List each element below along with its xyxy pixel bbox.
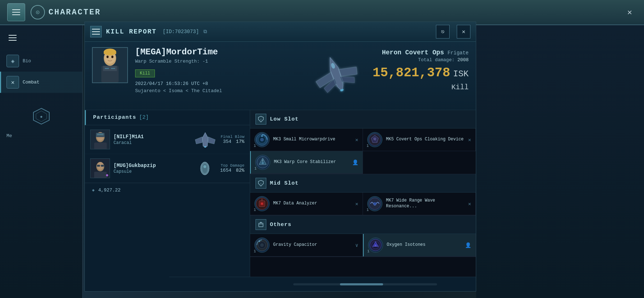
svg-point-47 <box>260 138 264 141</box>
analyzer-name: MK7 Data Analyzer <box>273 201 352 207</box>
isk-bottom-value: 4,927.22 <box>98 188 120 193</box>
participant-1-damage: 354 17% <box>221 139 244 144</box>
svg-text:⚔: ⚔ <box>260 118 262 121</box>
kill-location: Sujarento < Isoma < The Citadel <box>135 88 294 94</box>
close-button[interactable]: ✕ <box>457 25 470 39</box>
low-slot-icon: ⚔ <box>256 114 266 125</box>
mwd-close-icon[interactable]: ✕ <box>355 137 358 143</box>
sidebar-item-bio[interactable]: ◈ Bio <box>0 50 82 72</box>
oxygen-icon <box>368 238 383 253</box>
scrollbar-thumb[interactable] <box>340 283 383 285</box>
svg-point-41 <box>202 163 208 173</box>
participant-item-2[interactable]: [MUG]Gukbapzip Capsule Top Damage <box>85 154 250 183</box>
participant-item[interactable]: [NILF]M1A1 Caracal Final Blow <box>85 125 250 154</box>
cloak-close-icon[interactable]: ✕ <box>468 137 471 143</box>
mid-shield-icon: ⚔ <box>258 180 264 186</box>
ship-name: Heron Covert Ops <box>382 49 444 56</box>
shield-icon: ⚔ <box>258 116 264 122</box>
capsule-icon <box>195 159 215 177</box>
oxygen-person-icon: 👤 <box>465 242 471 248</box>
svg-point-54 <box>262 162 264 164</box>
svg-point-8 <box>106 56 109 58</box>
isk-value: 15,821,378 <box>373 66 450 80</box>
close-icon: ✕ <box>462 28 465 35</box>
others-header: Others <box>250 216 476 234</box>
mid-slot-icon: ⚔ <box>256 178 266 189</box>
participant-1-info: [NILF]M1A1 Caracal <box>114 134 190 145</box>
wcs-info: MK3 Warp Core Stabilizer <box>274 159 349 165</box>
equipment-item-mwd[interactable]: 1 MK3 Small Microwarpdrive <box>250 128 363 151</box>
participant-avatar-2 <box>90 158 110 178</box>
participant-1-name: [NILF]M1A1 <box>114 134 190 140</box>
svg-point-70 <box>260 243 264 247</box>
participant-1-ship-icon <box>194 130 217 149</box>
kill-badge: Kill <box>135 69 155 77</box>
sidebar-bio-label: Bio <box>23 58 31 64</box>
export-button[interactable]: ⎋ <box>436 25 450 39</box>
svg-rect-37 <box>101 165 104 167</box>
analyzer-info: MK7 Data Analyzer <box>273 201 352 207</box>
menu-button[interactable] <box>7 3 25 21</box>
svg-point-32 <box>204 146 206 148</box>
others-grid: 1 Gravity Capacitor <box>250 234 476 257</box>
participant-avatar-1 <box>90 130 110 149</box>
main-content: Participants [2] [NI <box>85 110 476 292</box>
sidebar-item-combat[interactable]: ✕ Combat <box>0 72 82 93</box>
combat-icon: ✕ <box>6 76 19 89</box>
equipment-item-oxygen[interactable]: 1 Oxygen Isotones 👤 <box>363 234 476 257</box>
mid-slot-grid: 1 MK7 Data Analyzer <box>250 193 476 215</box>
sidebar-item-me[interactable]: Me <box>0 129 82 143</box>
bio-icon: ◈ <box>6 55 19 67</box>
oxygen-name: Oxygen Isotones <box>387 242 461 248</box>
character-info: [MEGA]MordorTime Warp Scramble Strength:… <box>85 42 476 110</box>
others-title: Others <box>270 222 291 228</box>
participant-2-stat-label: Top Damage <box>220 163 244 168</box>
eq-count-wave: 1 <box>367 208 369 212</box>
sidebar-menu-button[interactable] <box>4 29 22 47</box>
low-slot-header: ⚔ Low Slot <box>250 110 476 128</box>
app-close-button[interactable]: ✕ <box>622 5 637 19</box>
cloak-info: MK5 Covert Ops Cloaking Device <box>386 137 465 143</box>
equipment-item-gravity[interactable]: 1 Gravity Capacitor <box>250 234 363 257</box>
copy-id-icon[interactable]: ⧉ <box>203 29 207 35</box>
participants-panel: Participants [2] [NI <box>85 110 250 292</box>
participant-2-ship-icon <box>193 158 217 178</box>
kr-hamburger-icon <box>92 29 100 35</box>
svg-marker-31 <box>208 137 215 144</box>
svg-rect-26 <box>94 143 107 149</box>
hamburger-icon <box>12 9 20 15</box>
svg-marker-29 <box>202 132 208 148</box>
analyzer-icon <box>254 196 270 211</box>
total-damage-label: Total damage: <box>418 57 454 63</box>
participant-1-stats: Final Blow 354 17% <box>221 135 244 144</box>
mid-slot-header: ⚔ Mid Slot <box>250 174 476 193</box>
equipment-item-cloak[interactable]: 1 MK5 Covert Ops Cloaking Device <box>363 128 476 151</box>
eq-count-analyzer: 1 <box>254 208 256 212</box>
analyzer-close-icon[interactable]: ✕ <box>355 201 358 207</box>
svg-point-9 <box>111 56 114 58</box>
participant-2-ship: Capsule <box>114 169 190 174</box>
participants-count: [2] <box>139 114 149 121</box>
gravity-info: Gravity Capacitor <box>273 242 352 248</box>
hex-emblem: ★ <box>32 107 50 125</box>
wave-close-icon[interactable]: ✕ <box>468 201 471 207</box>
total-damage-value: 2008 <box>457 57 469 63</box>
wave-icon <box>367 196 382 211</box>
victim-warp-scramble: Warp Scramble Strength: -1 <box>135 59 294 64</box>
cloak-name: MK5 Covert Ops Cloaking Device <box>386 137 465 143</box>
mwd-name: MK3 Small Microwarpdrive <box>273 137 352 143</box>
equipment-item-wcs[interactable]: 1 MK3 Warp Core Stabilizer <box>250 151 363 174</box>
svg-rect-65 <box>259 223 263 227</box>
equipment-item-wave[interactable]: 1 MK7 Wide Range Wave Resonance... ✕ <box>363 193 476 215</box>
participants-title: Participants <box>93 114 136 121</box>
equipment-item-analyzer[interactable]: 1 MK7 Data Analyzer <box>250 193 363 215</box>
victim-details: [MEGA]MordorTime Warp Scramble Strength:… <box>128 47 301 104</box>
ship-stats: Heron Covert Ops Frigate Total damage: 2… <box>373 47 469 104</box>
low-slot-title: Low Slot <box>270 116 299 122</box>
kill-report-title: KILL REPORT <box>106 28 157 35</box>
ship-svg <box>304 49 369 103</box>
eq-count-gravity: 1 <box>254 249 256 253</box>
kill-report-menu-button[interactable] <box>90 26 102 37</box>
scrollbar-track[interactable] <box>293 283 437 285</box>
gravity-chevron-icon[interactable]: ∨ <box>355 242 358 248</box>
